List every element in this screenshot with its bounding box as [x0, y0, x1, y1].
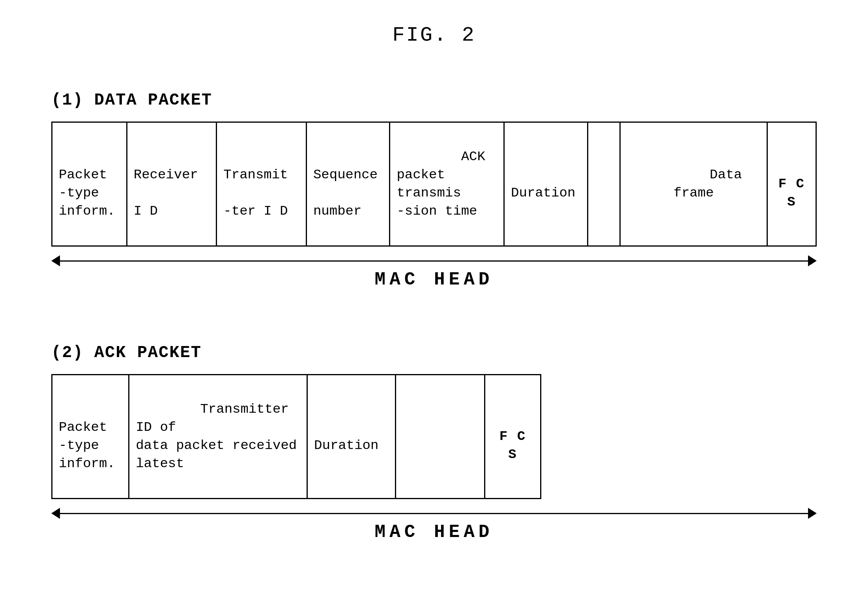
data-packet-section: (1) DATA PACKET Packet-typeinform. Recei… — [51, 91, 817, 290]
data-col-ack-transmis: ACK packettransmis-sion time — [390, 122, 504, 246]
data-col-spacer — [587, 122, 620, 246]
ack-col-transmitter-id: Transmitter ID ofdata packet receivedlat… — [129, 375, 307, 499]
data-col-sequence: Sequencenumber — [306, 122, 389, 246]
data-col-fcs: F C S — [767, 122, 816, 246]
ack-packet-label: (2) ACK PACKET — [51, 343, 817, 362]
data-col-data-frame: Data frame — [620, 122, 767, 246]
data-mac-head-container: MAC HEAD — [51, 255, 817, 290]
data-packet-table: Packet-typeinform. ReceiverI D Transmit-… — [51, 122, 817, 247]
ack-arrowhead-left — [51, 508, 60, 519]
data-col-pkt-type: Packet-typeinform. — [52, 122, 127, 246]
data-col-receiver: ReceiverI D — [127, 122, 217, 246]
data-col-transmitter: Transmit-ter I D — [217, 122, 307, 246]
data-arrowhead-left — [51, 255, 60, 266]
ack-packet-section: (2) ACK PACKET Packet-typeinform. Transm… — [51, 343, 817, 543]
ack-mac-head-label: MAC HEAD — [51, 522, 817, 543]
ack-col-pkt-type: Packet-typeinform. — [52, 375, 129, 499]
ack-col-spacer — [396, 375, 485, 499]
ack-col-duration: Duration — [307, 375, 396, 499]
data-arrow-shaft — [60, 260, 808, 262]
ack-packet-table: Packet-typeinform. Transmitter ID ofdata… — [51, 374, 541, 499]
data-packet-label: (1) DATA PACKET — [51, 91, 817, 110]
data-col-duration: Duration — [504, 122, 587, 246]
ack-arrowhead-right — [808, 508, 817, 519]
data-mac-head-arrow — [51, 255, 817, 266]
ack-col-fcs: F C S — [485, 375, 541, 499]
page-title: FIG. 2 — [0, 0, 868, 47]
ack-arrow-shaft — [60, 513, 808, 514]
ack-mac-head-arrow — [51, 508, 817, 519]
data-mac-head-label: MAC HEAD — [51, 269, 817, 290]
ack-mac-head-container: MAC HEAD — [51, 508, 817, 543]
data-arrowhead-right — [808, 255, 817, 266]
